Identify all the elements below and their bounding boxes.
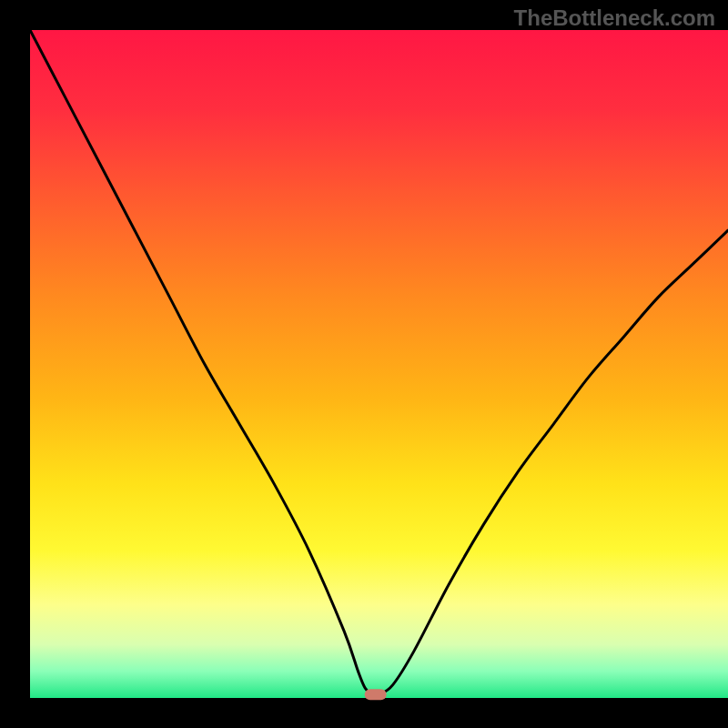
optimal-marker (365, 689, 387, 700)
bottleneck-chart (0, 0, 728, 728)
plot-background (30, 30, 728, 698)
chart-svg (0, 0, 728, 728)
watermark-text: TheBottleneck.com (514, 5, 715, 31)
